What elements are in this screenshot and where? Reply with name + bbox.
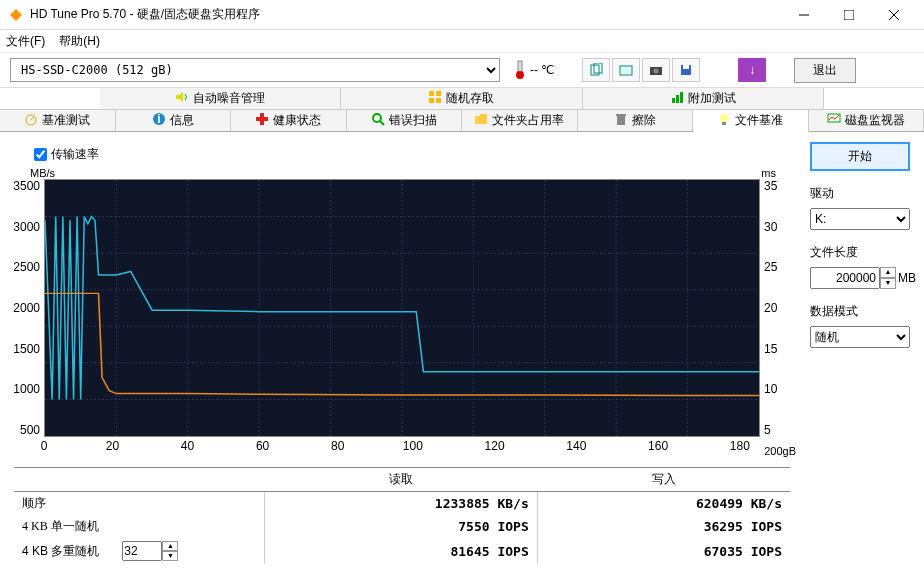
- plus-icon: [255, 112, 269, 129]
- drive-label: 驱动: [810, 185, 910, 202]
- tab-folder-usage[interactable]: 文件夹占用率: [462, 110, 578, 131]
- tab-erase[interactable]: 擦除: [578, 110, 694, 131]
- svg-line-24: [31, 117, 34, 120]
- spin-down[interactable]: ▼: [162, 551, 178, 561]
- table-row: 4 KB 多重随机 ▲▼ 81645 IOPS 67035 IOPS: [14, 538, 790, 564]
- tab-health[interactable]: 健康状态: [231, 110, 347, 131]
- tab-noise-mgmt[interactable]: 自动噪音管理: [100, 88, 341, 109]
- queue-depth-input[interactable]: [122, 541, 162, 561]
- results-table: 读取 写入 顺序 1233885 KB/s 620499 KB/s 4 KB 单…: [14, 467, 790, 564]
- svg-rect-20: [672, 98, 675, 103]
- tabs-lower: 基准测试 i信息 健康状态 错误扫描 文件夹占用率 擦除 文件基准 磁盘监视器: [0, 110, 924, 132]
- maximize-button[interactable]: [826, 1, 871, 29]
- svg-rect-17: [436, 91, 441, 96]
- svg-text:i: i: [157, 112, 160, 126]
- svg-rect-22: [680, 92, 683, 103]
- svg-point-33: [720, 114, 728, 122]
- window-title: HD Tune Pro 5.70 - 硬盘/固态硬盘实用程序: [30, 6, 781, 23]
- chart-icon: [670, 90, 684, 107]
- down-arrow-button[interactable]: ↓: [738, 58, 766, 82]
- svg-line-30: [380, 121, 384, 125]
- copy-icon[interactable]: [582, 58, 610, 82]
- tab-benchmark[interactable]: 基准测试: [0, 110, 116, 131]
- drive-select[interactable]: K:: [810, 208, 910, 230]
- svg-rect-21: [676, 95, 679, 103]
- transfer-chart: MB/s ms 350030002500200015001000500 3530…: [14, 167, 790, 457]
- minimize-button[interactable]: [781, 1, 826, 29]
- svg-rect-28: [256, 117, 268, 121]
- spin-up[interactable]: ▲: [162, 541, 178, 551]
- menu-help[interactable]: 帮助(H): [59, 33, 100, 50]
- titlebar: HD Tune Pro 5.70 - 硬盘/固态硬盘实用程序: [0, 0, 924, 30]
- svg-rect-2: [844, 10, 854, 20]
- trash-icon: [614, 112, 628, 129]
- tab-disk-monitor[interactable]: 磁盘监视器: [809, 110, 925, 131]
- svg-point-6: [516, 71, 524, 79]
- tab-info[interactable]: i信息: [116, 110, 232, 131]
- transfer-rate-checkbox[interactable]: 传输速率: [34, 147, 99, 161]
- bulb-icon: [717, 112, 731, 129]
- svg-rect-34: [722, 122, 726, 125]
- app-icon: [8, 7, 24, 23]
- svg-point-12: [654, 69, 659, 74]
- grid-icon: [428, 90, 442, 107]
- pattern-label: 数据模式: [810, 303, 910, 320]
- svg-marker-0: [10, 9, 22, 21]
- spin-up[interactable]: ▲: [880, 267, 896, 278]
- monitor-icon: [827, 112, 841, 129]
- svg-marker-15: [176, 92, 183, 102]
- svg-rect-14: [683, 65, 689, 69]
- svg-rect-31: [617, 116, 625, 125]
- save-icon[interactable]: [672, 58, 700, 82]
- filelen-input[interactable]: [810, 267, 880, 289]
- close-button[interactable]: [871, 1, 916, 29]
- svg-rect-10: [622, 68, 630, 73]
- screenshot-icon[interactable]: [612, 58, 640, 82]
- svg-point-29: [373, 114, 381, 122]
- camera-icon[interactable]: [642, 58, 670, 82]
- table-row: 顺序 1233885 KB/s 620499 KB/s: [14, 492, 790, 516]
- tab-file-benchmark[interactable]: 文件基准: [693, 110, 809, 132]
- svg-rect-18: [429, 98, 434, 103]
- filelen-label: 文件长度: [810, 244, 910, 261]
- gauge-icon: [24, 112, 38, 129]
- device-select[interactable]: HS-SSD-C2000 (512 gB): [10, 58, 500, 82]
- start-button[interactable]: 开始: [810, 142, 910, 171]
- tab-error-scan[interactable]: 错误扫描: [347, 110, 463, 131]
- temperature-display: -- ℃: [514, 59, 554, 82]
- svg-rect-19: [436, 98, 441, 103]
- pattern-select[interactable]: 随机: [810, 326, 910, 348]
- svg-rect-16: [429, 91, 434, 96]
- folder-icon: [474, 112, 488, 129]
- volume-icon: [175, 90, 189, 107]
- svg-rect-32: [616, 114, 626, 116]
- thermometer-icon: [514, 59, 526, 82]
- exit-button[interactable]: 退出: [794, 58, 856, 83]
- menu-file[interactable]: 文件(F): [6, 33, 45, 50]
- table-row: 4 KB 单一随机 7550 IOPS 36295 IOPS: [14, 515, 790, 538]
- tabs-upper: 自动噪音管理 随机存取 附加测试: [0, 88, 924, 110]
- magnifier-icon: [371, 112, 385, 129]
- tab-random-access[interactable]: 随机存取: [341, 88, 582, 109]
- menubar: 文件(F) 帮助(H): [0, 30, 924, 52]
- info-icon: i: [152, 112, 166, 129]
- spin-down[interactable]: ▼: [880, 278, 896, 289]
- tab-extra-tests[interactable]: 附加测试: [583, 88, 824, 109]
- toolbar: HS-SSD-C2000 (512 gB) -- ℃ ↓ 退出: [0, 52, 924, 88]
